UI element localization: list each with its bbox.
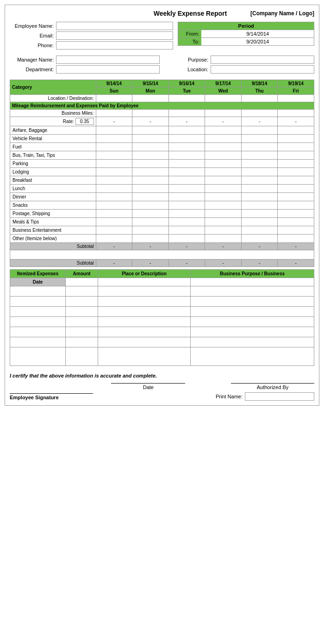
item-2-place[interactable] xyxy=(98,297,191,307)
item-3-date[interactable] xyxy=(10,307,66,317)
item-5-place[interactable] xyxy=(98,327,191,337)
cat-12-tue[interactable] xyxy=(168,226,205,235)
cat-7-sun[interactable] xyxy=(96,185,132,193)
item-7-purpose[interactable] xyxy=(191,347,314,366)
cat-5-mon[interactable] xyxy=(132,168,169,176)
location-input[interactable] xyxy=(211,65,314,74)
item-5-date[interactable] xyxy=(10,327,66,337)
cat-3-sun[interactable] xyxy=(96,151,132,160)
cat-5-fri[interactable] xyxy=(278,168,314,176)
cat-9-mon[interactable] xyxy=(132,201,169,210)
item-7-amount[interactable] xyxy=(66,347,98,366)
cat-4-thu[interactable] xyxy=(241,160,278,168)
cat-8-mon[interactable] xyxy=(132,193,169,201)
cat-0-wed[interactable] xyxy=(205,126,242,135)
miles-thu[interactable] xyxy=(241,110,278,117)
item-4-amount[interactable] xyxy=(66,317,98,327)
item-2-date[interactable] xyxy=(10,297,66,307)
item-3-purpose[interactable] xyxy=(191,307,314,317)
cat-2-wed[interactable] xyxy=(205,143,242,151)
cat-1-thu[interactable] xyxy=(241,135,278,143)
item-6-date[interactable] xyxy=(10,337,66,347)
cat-0-thu[interactable] xyxy=(241,126,278,135)
loc-wed[interactable] xyxy=(205,95,242,102)
cat-3-fri[interactable] xyxy=(278,151,314,160)
loc-fri[interactable] xyxy=(278,95,314,102)
cat-6-fri[interactable] xyxy=(278,176,314,185)
cat-9-tue[interactable] xyxy=(168,201,205,210)
cat-12-mon[interactable] xyxy=(132,226,169,235)
cat-6-tue[interactable] xyxy=(168,176,205,185)
item-3-amount[interactable] xyxy=(66,307,98,317)
cat-6-thu[interactable] xyxy=(241,176,278,185)
cat-11-fri[interactable] xyxy=(278,218,314,226)
cat-5-wed[interactable] xyxy=(205,168,242,176)
cat-13-thu[interactable] xyxy=(241,235,278,243)
cat-8-wed[interactable] xyxy=(205,193,242,201)
cat-4-fri[interactable] xyxy=(278,160,314,168)
cat-0-fri[interactable] xyxy=(278,126,314,135)
cat-6-sun[interactable] xyxy=(96,176,132,185)
email-input[interactable] xyxy=(56,31,173,40)
cat-4-sun[interactable] xyxy=(96,160,132,168)
cat-8-thu[interactable] xyxy=(241,193,278,201)
cat-5-sun[interactable] xyxy=(96,168,132,176)
miles-fri[interactable] xyxy=(278,110,314,117)
item-3-place[interactable] xyxy=(98,307,191,317)
print-name-input[interactable] xyxy=(245,392,314,401)
cat-1-fri[interactable] xyxy=(278,135,314,143)
cat-8-tue[interactable] xyxy=(168,193,205,201)
cat-11-mon[interactable] xyxy=(132,218,169,226)
item-2-amount[interactable] xyxy=(66,297,98,307)
purpose-input[interactable] xyxy=(211,56,314,64)
cat-7-thu[interactable] xyxy=(241,185,278,193)
cat-13-tue[interactable] xyxy=(168,235,205,243)
cat-2-sun[interactable] xyxy=(96,143,132,151)
cat-2-thu[interactable] xyxy=(241,143,278,151)
item-2-purpose[interactable] xyxy=(191,297,314,307)
item-4-date[interactable] xyxy=(10,317,66,327)
cat-11-thu[interactable] xyxy=(241,218,278,226)
cat-6-wed[interactable] xyxy=(205,176,242,185)
cat-11-wed[interactable] xyxy=(205,218,242,226)
manager-input[interactable] xyxy=(56,56,160,64)
cat-3-thu[interactable] xyxy=(241,151,278,160)
cat-13-mon[interactable] xyxy=(132,235,169,243)
cat-10-wed[interactable] xyxy=(205,210,242,218)
item-6-amount[interactable] xyxy=(66,337,98,347)
cat-10-fri[interactable] xyxy=(278,210,314,218)
cat-13-sun[interactable] xyxy=(96,235,132,243)
item-6-purpose[interactable] xyxy=(191,337,314,347)
cat-0-sun[interactable] xyxy=(96,126,132,135)
item-7-date[interactable] xyxy=(10,347,66,366)
cat-0-mon[interactable] xyxy=(132,126,169,135)
department-input[interactable] xyxy=(56,65,160,74)
cat-10-thu[interactable] xyxy=(241,210,278,218)
cat-2-fri[interactable] xyxy=(278,143,314,151)
cat-6-mon[interactable] xyxy=(132,176,169,185)
cat-1-sun[interactable] xyxy=(96,135,132,143)
cat-2-tue[interactable] xyxy=(168,143,205,151)
cat-10-mon[interactable] xyxy=(132,210,169,218)
phone-input[interactable] xyxy=(56,41,173,50)
cat-12-sun[interactable] xyxy=(96,226,132,235)
item-1-date[interactable] xyxy=(10,286,66,297)
item-1-place[interactable] xyxy=(98,286,191,297)
rate-value[interactable]: 0.35 xyxy=(75,118,94,125)
item-5-purpose[interactable] xyxy=(191,327,314,337)
cat-7-fri[interactable] xyxy=(278,185,314,193)
cat-4-tue[interactable] xyxy=(168,160,205,168)
cat-7-tue[interactable] xyxy=(168,185,205,193)
cat-10-tue[interactable] xyxy=(168,210,205,218)
loc-sun[interactable] xyxy=(96,95,132,102)
cat-12-fri[interactable] xyxy=(278,226,314,235)
item-7-place[interactable] xyxy=(98,347,191,366)
loc-thu[interactable] xyxy=(241,95,278,102)
cat-7-wed[interactable] xyxy=(205,185,242,193)
cat-4-wed[interactable] xyxy=(205,160,242,168)
loc-tue[interactable] xyxy=(168,95,205,102)
cat-11-tue[interactable] xyxy=(168,218,205,226)
item-4-purpose[interactable] xyxy=(191,317,314,327)
cat-0-tue[interactable] xyxy=(168,126,205,135)
cat-2-mon[interactable] xyxy=(132,143,169,151)
